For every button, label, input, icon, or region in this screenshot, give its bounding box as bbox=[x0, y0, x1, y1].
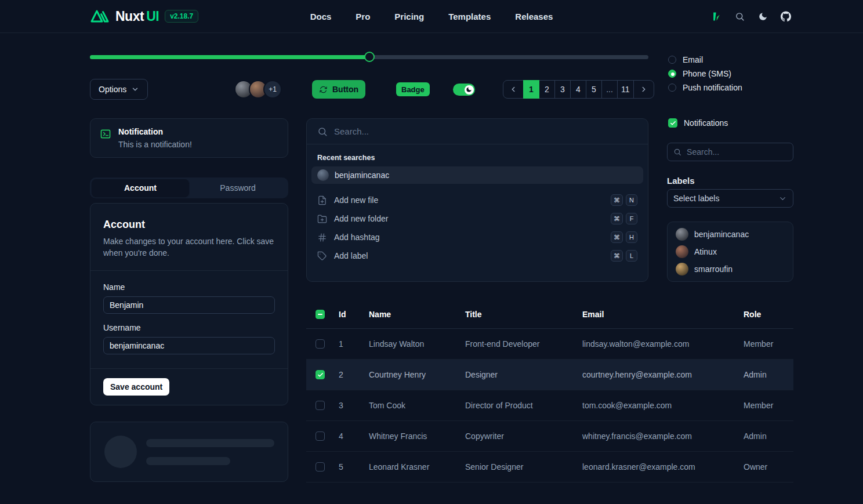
radio-circle[interactable] bbox=[668, 84, 676, 92]
search-icon[interactable] bbox=[734, 11, 745, 21]
cell-title: Front-end Developer bbox=[465, 339, 582, 349]
cell-title: Designer bbox=[465, 370, 582, 379]
folder-plus-icon bbox=[317, 214, 327, 224]
cell-email: lindsay.walton@example.com bbox=[582, 339, 744, 349]
sidebar-search-input[interactable] bbox=[687, 147, 787, 157]
labels-select[interactable]: Select labels bbox=[667, 189, 793, 208]
add-new-file-item[interactable]: Add new file ⌘ N bbox=[311, 191, 643, 209]
pagination-page-1[interactable]: 1 bbox=[523, 80, 539, 99]
kbd-cmd: ⌘ bbox=[611, 194, 623, 206]
nav-docs[interactable]: Docs bbox=[310, 12, 332, 21]
nuxt-logo-icon bbox=[90, 9, 110, 24]
radio-circle-checked[interactable] bbox=[668, 70, 676, 78]
row-checkbox[interactable] bbox=[316, 432, 325, 441]
skeleton-bar bbox=[146, 439, 274, 447]
user-row-smarroufin[interactable]: smarroufin bbox=[671, 260, 789, 278]
brand-name: NuxtUI bbox=[115, 9, 159, 24]
notification-card: Notification This is a notification! bbox=[90, 118, 288, 158]
cell-id: 1 bbox=[339, 339, 369, 349]
avatar-group: +1 bbox=[234, 80, 282, 99]
cell-name: Courtney Henry bbox=[369, 370, 465, 379]
table-row[interactable]: 5 Leonard Krasner Senior Designer leonar… bbox=[306, 452, 793, 483]
cell-name: Whitney Francis bbox=[369, 432, 465, 441]
nav-pro[interactable]: Pro bbox=[356, 12, 370, 21]
cell-role: Owner bbox=[744, 462, 793, 472]
shortcut-keys: ⌘ N bbox=[611, 194, 637, 206]
table-row[interactable]: 4 Whitney Francis Copywriter whitney.fra… bbox=[306, 421, 793, 452]
recent-searches-label: Recent searches bbox=[311, 149, 643, 166]
pagination-page-2[interactable]: 2 bbox=[539, 80, 555, 99]
pagination-ellipsis: ... bbox=[601, 80, 618, 99]
save-account-button[interactable]: Save account bbox=[103, 378, 169, 396]
username-input[interactable] bbox=[103, 337, 275, 354]
user-row-benjamincanac[interactable]: benjamincanac bbox=[671, 226, 789, 243]
nav-pricing[interactable]: Pricing bbox=[394, 12, 424, 21]
name-input[interactable] bbox=[103, 296, 275, 314]
nuxt-ui-page: NuxtUI v2.18.7 Docs Pro Pricing Template… bbox=[0, 0, 863, 504]
avatar bbox=[676, 228, 688, 241]
user-name: Atinux bbox=[694, 247, 717, 256]
pagination-page-4[interactable]: 4 bbox=[570, 80, 586, 99]
column-header-role: Role bbox=[744, 310, 793, 319]
nav-releases[interactable]: Releases bbox=[515, 12, 553, 21]
github-icon[interactable] bbox=[781, 11, 791, 21]
primary-button[interactable]: Button bbox=[312, 80, 365, 99]
brand[interactable]: NuxtUI v2.18.7 bbox=[90, 9, 198, 24]
add-hashtag-item[interactable]: Add hashtag ⌘ H bbox=[311, 228, 643, 246]
tab-password[interactable]: Password bbox=[189, 179, 287, 197]
row-checkbox[interactable] bbox=[316, 370, 325, 379]
pagination-page-5[interactable]: 5 bbox=[586, 80, 602, 99]
tabs: Account Password bbox=[90, 177, 288, 198]
add-label-item[interactable]: Add label ⌘ L bbox=[311, 246, 643, 265]
radio-phone-sms[interactable]: Phone (SMS) bbox=[668, 70, 742, 78]
options-label: Options bbox=[99, 85, 126, 94]
notification-title: Notification bbox=[118, 127, 192, 136]
pagination-page-11[interactable]: 11 bbox=[617, 80, 634, 99]
add-new-folder-item[interactable]: Add new folder ⌘ F bbox=[311, 209, 643, 228]
notifications-checkbox[interactable] bbox=[668, 118, 677, 128]
recent-search-item[interactable]: benjamincanac bbox=[311, 166, 643, 184]
table-row[interactable]: 1 Lindsay Walton Front-end Developer lin… bbox=[306, 329, 793, 360]
add-new-folder-label: Add new folder bbox=[334, 214, 388, 223]
select-all-checkbox[interactable] bbox=[316, 310, 325, 319]
cell-name: Leonard Krasner bbox=[369, 462, 465, 472]
range-slider[interactable] bbox=[90, 53, 648, 61]
version-badge[interactable]: v2.18.7 bbox=[165, 10, 198, 23]
volta-icon[interactable] bbox=[711, 11, 721, 21]
pagination-next-button[interactable] bbox=[633, 80, 654, 99]
notifications-checkbox-row[interactable]: Notifications bbox=[668, 118, 728, 128]
tab-account[interactable]: Account bbox=[92, 179, 189, 197]
pagination-page-3[interactable]: 3 bbox=[554, 80, 571, 99]
shortcut-keys: ⌘ L bbox=[611, 250, 637, 262]
options-dropdown-button[interactable]: Options bbox=[90, 79, 148, 100]
toggle-thumb bbox=[465, 85, 474, 95]
add-label-label: Add label bbox=[334, 251, 368, 260]
radio-circle[interactable] bbox=[668, 56, 676, 64]
search-icon bbox=[673, 147, 681, 157]
toggle-switch[interactable] bbox=[453, 84, 475, 96]
table-row-selected[interactable]: 2 Courtney Henry Designer courtney.henry… bbox=[306, 360, 793, 390]
user-name: benjamincanac bbox=[694, 230, 749, 239]
kbd-letter: N bbox=[626, 194, 637, 206]
nav-templates[interactable]: Templates bbox=[448, 12, 491, 21]
row-checkbox[interactable] bbox=[316, 401, 325, 410]
command-palette-input[interactable] bbox=[334, 126, 637, 136]
notification-method-radio-group: Email Phone (SMS) Push notification bbox=[668, 56, 742, 92]
username-label: Username bbox=[103, 323, 275, 332]
shortcut-keys: ⌘ H bbox=[611, 231, 637, 243]
avatar bbox=[676, 263, 688, 275]
dark-mode-moon-icon[interactable] bbox=[757, 11, 768, 21]
table-row[interactable]: 3 Tom Cook Director of Product tom.cook@… bbox=[306, 390, 793, 421]
username-field-group: Username bbox=[103, 323, 275, 354]
command-palette-search[interactable] bbox=[307, 119, 648, 144]
slider-thumb[interactable] bbox=[364, 52, 375, 62]
row-checkbox[interactable] bbox=[316, 339, 325, 349]
sidebar-search[interactable] bbox=[667, 143, 793, 161]
pagination-prev-button[interactable] bbox=[503, 80, 524, 99]
radio-email[interactable]: Email bbox=[668, 56, 742, 64]
radio-push-notification[interactable]: Push notification bbox=[668, 84, 742, 92]
user-row-atinux[interactable]: Atinux bbox=[671, 243, 789, 260]
row-checkbox[interactable] bbox=[316, 462, 325, 472]
chevron-right-icon bbox=[640, 85, 648, 93]
account-title: Account bbox=[103, 219, 275, 231]
